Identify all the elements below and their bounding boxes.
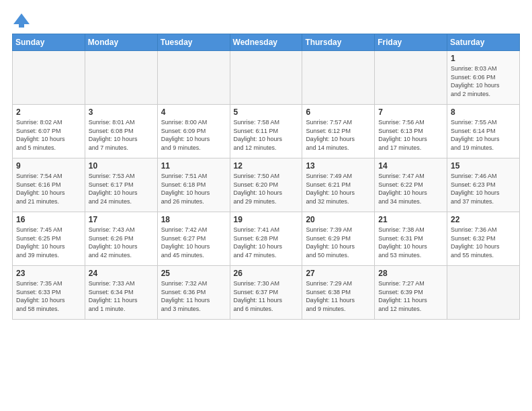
day-number: 1: [451, 54, 516, 63]
calendar-cell: 21Sunrise: 7:38 AM Sunset: 6:31 PM Dayli…: [375, 212, 447, 266]
calendar-cell: 7Sunrise: 7:56 AM Sunset: 6:13 PM Daylig…: [375, 105, 447, 158]
calendar-table: SundayMondayTuesdayWednesdayThursdayFrid…: [12, 34, 520, 320]
calendar-cell: 28Sunrise: 7:27 AM Sunset: 6:39 PM Dayli…: [375, 266, 447, 320]
calendar-cell: 16Sunrise: 7:45 AM Sunset: 6:25 PM Dayli…: [13, 212, 85, 266]
day-info: Sunrise: 7:39 AM Sunset: 6:29 PM Dayligh…: [306, 226, 371, 259]
week-row-4: 23Sunrise: 7:35 AM Sunset: 6:33 PM Dayli…: [13, 266, 520, 320]
day-number: 6: [306, 107, 371, 117]
header: [12, 11, 520, 30]
day-number: 24: [89, 269, 154, 278]
calendar-cell: [447, 266, 520, 320]
calendar-cell: 1Sunrise: 8:03 AM Sunset: 6:06 PM Daylig…: [447, 51, 520, 105]
day-number: 20: [306, 215, 371, 224]
calendar-cell: 8Sunrise: 7:55 AM Sunset: 6:14 PM Daylig…: [447, 105, 520, 158]
logo-icon: [12, 11, 31, 30]
calendar-cell: [230, 51, 302, 105]
day-info: Sunrise: 7:46 AM Sunset: 6:23 PM Dayligh…: [451, 172, 516, 205]
calendar-cell: 26Sunrise: 7:30 AM Sunset: 6:37 PM Dayli…: [230, 266, 302, 320]
calendar-cell: 6Sunrise: 7:57 AM Sunset: 6:12 PM Daylig…: [302, 105, 375, 158]
calendar-cell: 9Sunrise: 7:54 AM Sunset: 6:16 PM Daylig…: [13, 158, 85, 212]
calendar-header: SundayMondayTuesdayWednesdayThursdayFrid…: [13, 34, 520, 51]
week-row-1: 2Sunrise: 8:02 AM Sunset: 6:07 PM Daylig…: [13, 105, 520, 158]
day-number: 3: [89, 107, 154, 117]
calendar-cell: 3Sunrise: 8:01 AM Sunset: 6:08 PM Daylig…: [85, 105, 157, 158]
logo: [12, 11, 34, 30]
calendar-cell: 13Sunrise: 7:49 AM Sunset: 6:21 PM Dayli…: [302, 158, 375, 212]
calendar-cell: [157, 51, 230, 105]
day-info: Sunrise: 7:36 AM Sunset: 6:32 PM Dayligh…: [451, 226, 516, 259]
calendar-cell: [13, 51, 85, 105]
day-info: Sunrise: 7:35 AM Sunset: 6:33 PM Dayligh…: [16, 279, 81, 313]
day-info: Sunrise: 7:54 AM Sunset: 6:16 PM Dayligh…: [16, 172, 81, 205]
day-info: Sunrise: 7:43 AM Sunset: 6:26 PM Dayligh…: [89, 226, 154, 259]
header-tuesday: Tuesday: [157, 34, 230, 51]
day-number: 17: [89, 215, 154, 224]
day-number: 21: [378, 215, 443, 224]
day-info: Sunrise: 8:01 AM Sunset: 6:08 PM Dayligh…: [89, 118, 154, 152]
calendar-cell: 14Sunrise: 7:47 AM Sunset: 6:22 PM Dayli…: [375, 158, 447, 212]
calendar-cell: 24Sunrise: 7:33 AM Sunset: 6:34 PM Dayli…: [85, 266, 157, 320]
day-number: 13: [306, 161, 371, 171]
day-number: 5: [234, 107, 299, 117]
calendar-cell: 15Sunrise: 7:46 AM Sunset: 6:23 PM Dayli…: [447, 158, 520, 212]
day-number: 15: [451, 161, 516, 171]
header-thursday: Thursday: [302, 34, 375, 51]
day-number: 10: [89, 161, 154, 171]
calendar-cell: 10Sunrise: 7:53 AM Sunset: 6:17 PM Dayli…: [85, 158, 157, 212]
calendar-body: 1Sunrise: 8:03 AM Sunset: 6:06 PM Daylig…: [13, 51, 520, 320]
day-number: 14: [378, 161, 443, 171]
day-number: 26: [234, 269, 299, 278]
header-saturday: Saturday: [447, 34, 520, 51]
page: SundayMondayTuesdayWednesdayThursdayFrid…: [0, 0, 532, 326]
day-info: Sunrise: 7:49 AM Sunset: 6:21 PM Dayligh…: [306, 172, 371, 205]
calendar-cell: 17Sunrise: 7:43 AM Sunset: 6:26 PM Dayli…: [85, 212, 157, 266]
week-row-0: 1Sunrise: 8:03 AM Sunset: 6:06 PM Daylig…: [13, 51, 520, 105]
day-info: Sunrise: 7:50 AM Sunset: 6:20 PM Dayligh…: [234, 172, 299, 205]
day-info: Sunrise: 7:47 AM Sunset: 6:22 PM Dayligh…: [378, 172, 443, 205]
header-monday: Monday: [85, 34, 157, 51]
calendar-cell: 27Sunrise: 7:29 AM Sunset: 6:38 PM Dayli…: [302, 266, 375, 320]
header-row: SundayMondayTuesdayWednesdayThursdayFrid…: [13, 34, 520, 51]
svg-marker-0: [13, 13, 30, 24]
calendar-cell: 25Sunrise: 7:32 AM Sunset: 6:36 PM Dayli…: [157, 266, 230, 320]
day-info: Sunrise: 7:57 AM Sunset: 6:12 PM Dayligh…: [306, 118, 371, 152]
calendar-cell: 22Sunrise: 7:36 AM Sunset: 6:32 PM Dayli…: [447, 212, 520, 266]
header-sunday: Sunday: [13, 34, 85, 51]
calendar-cell: [302, 51, 375, 105]
calendar-cell: 4Sunrise: 8:00 AM Sunset: 6:09 PM Daylig…: [157, 105, 230, 158]
day-info: Sunrise: 7:32 AM Sunset: 6:36 PM Dayligh…: [161, 279, 226, 313]
calendar-cell: 19Sunrise: 7:41 AM Sunset: 6:28 PM Dayli…: [230, 212, 302, 266]
day-info: Sunrise: 7:55 AM Sunset: 6:14 PM Dayligh…: [451, 118, 516, 152]
day-info: Sunrise: 7:42 AM Sunset: 6:27 PM Dayligh…: [161, 226, 226, 259]
day-number: 28: [378, 269, 443, 278]
day-info: Sunrise: 7:27 AM Sunset: 6:39 PM Dayligh…: [378, 279, 443, 313]
day-number: 23: [16, 269, 81, 278]
calendar-cell: 11Sunrise: 7:51 AM Sunset: 6:18 PM Dayli…: [157, 158, 230, 212]
day-number: 4: [161, 107, 226, 117]
day-number: 22: [451, 215, 516, 224]
day-info: Sunrise: 7:41 AM Sunset: 6:28 PM Dayligh…: [234, 226, 299, 259]
week-row-2: 9Sunrise: 7:54 AM Sunset: 6:16 PM Daylig…: [13, 158, 520, 212]
day-number: 18: [161, 215, 226, 224]
day-info: Sunrise: 7:38 AM Sunset: 6:31 PM Dayligh…: [378, 226, 443, 259]
calendar-cell: 23Sunrise: 7:35 AM Sunset: 6:33 PM Dayli…: [13, 266, 85, 320]
header-wednesday: Wednesday: [230, 34, 302, 51]
day-info: Sunrise: 8:02 AM Sunset: 6:07 PM Dayligh…: [16, 118, 81, 152]
day-info: Sunrise: 7:33 AM Sunset: 6:34 PM Dayligh…: [89, 279, 154, 313]
day-info: Sunrise: 7:51 AM Sunset: 6:18 PM Dayligh…: [161, 172, 226, 205]
day-info: Sunrise: 7:58 AM Sunset: 6:11 PM Dayligh…: [234, 118, 299, 152]
day-info: Sunrise: 7:45 AM Sunset: 6:25 PM Dayligh…: [16, 226, 81, 259]
calendar-cell: 18Sunrise: 7:42 AM Sunset: 6:27 PM Dayli…: [157, 212, 230, 266]
day-number: 27: [306, 269, 371, 278]
day-number: 7: [378, 107, 443, 117]
calendar-cell: [375, 51, 447, 105]
svg-rect-1: [19, 24, 24, 28]
day-number: 2: [16, 107, 81, 117]
calendar-cell: [85, 51, 157, 105]
header-friday: Friday: [375, 34, 447, 51]
calendar-cell: 2Sunrise: 8:02 AM Sunset: 6:07 PM Daylig…: [13, 105, 85, 158]
day-info: Sunrise: 7:29 AM Sunset: 6:38 PM Dayligh…: [306, 279, 371, 313]
week-row-3: 16Sunrise: 7:45 AM Sunset: 6:25 PM Dayli…: [13, 212, 520, 266]
day-number: 25: [161, 269, 226, 278]
day-number: 8: [451, 107, 516, 117]
